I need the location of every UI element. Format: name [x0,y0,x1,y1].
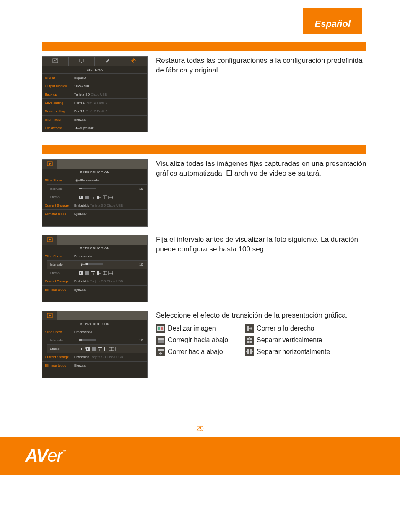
effect-split-horizontal: Separar horizontalmente [245,347,330,356]
setting-storage-3: Current Storage Embebido Tarjeta SD Disc… [42,353,147,361]
value-procesando-3: Procesando [74,330,92,334]
label-efecto-2: Efecto [50,271,79,275]
setting-efecto-1: Efecto [47,193,147,201]
row-intervalo: REPRODUCCIÓN Slide Show Procesando Inter… [42,235,366,302]
footer: AVer™ [0,437,400,475]
label-backup: Back up [45,93,74,96]
label-intervalo-1: Intervalo [50,187,79,191]
playback-tab-row-3 [42,311,147,320]
effect-slide-image-label: Deslizar imagen [168,324,216,333]
effect-wipe-down: Corregir hacia abajo [156,336,228,345]
return-arrow-icon [74,126,81,131]
slider-icon-2 [86,263,103,267]
setting-intervalo-3: Intervalo 10 [47,336,147,344]
value-procesando-2: Procesando [74,254,92,258]
setting-eliminar-2: Eliminar todos Ejecutar [42,285,147,294]
playback-tab-icon-2 [42,235,57,245]
section-sistema: SISTEMA Idioma Español Output Display 10… [42,42,366,132]
effect-split-horizontal-label: Separar horizontalmente [257,347,330,356]
label-storage-1: Current Storage [45,204,74,207]
label-eliminar-2: Eliminar todos [45,288,74,292]
label-output: Output Display [45,84,74,88]
playback-tab-icon [42,160,57,169]
effects-col-right: Correr a la derecha Separar verticalment… [245,324,330,356]
setting-slideshow-2: Slide Show Procesando [42,252,147,260]
setting-recall: Recall setting Perfil 1 Perfil 2 Perfil … [42,107,147,115]
value-idioma: Español [74,76,145,80]
slide-image-icon [156,324,165,333]
svg-rect-16 [86,263,88,265]
setting-storage-2: Current Storage Embebido Tarjeta SD Disc… [42,277,147,285]
value-recall: Perfil 1 Perfil 2 Perfil 3 [74,109,145,113]
menu-tabs [42,57,147,66]
effect-run-right: Correr a la derecha [245,324,330,333]
effects-col-left: Deslizar imagen Corregir hacia abajo [156,324,228,356]
screenshot-efecto: REPRODUCCIÓN Slide Show Procesando Inter… [42,311,148,378]
svg-rect-35 [158,341,164,341]
language-tab: Español [303,8,362,34]
panel-title-reproduccion-1: REPRODUCCIÓN [42,169,147,176]
setting-eliminar-1: Eliminar todos Ejecutar [42,209,147,218]
effect-slide-image: Deslizar imagen [156,324,228,333]
label-storage-3: Current Storage [45,355,74,359]
svg-rect-10 [80,196,81,198]
setting-defecto: Por defecto Ejecutar [42,124,147,132]
language-label: Español [314,18,351,29]
svg-rect-30 [158,327,160,330]
setting-intervalo-1: Intervalo 10 [47,184,147,193]
page-number: 29 [0,417,400,437]
value-eliminar-2: Ejecutar [74,288,145,292]
svg-point-4 [133,60,134,61]
svg-rect-18 [80,272,81,274]
svg-rect-36 [158,349,164,351]
value-storage-1: Embebido Tarjeta SD Disco USB [74,204,145,207]
screenshot-sistema: SISTEMA Idioma Español Output Display 10… [42,56,148,132]
effect-icons-row-2 [79,271,113,276]
value-intervalo-1: 10 [139,187,145,191]
svg-rect-0 [53,59,58,63]
playback-tab-row-2 [42,235,147,245]
svg-rect-28 [104,347,105,351]
run-down-icon [156,347,165,356]
label-slideshow-2: Slide Show [45,254,74,258]
label-idioma: Idioma [45,76,74,80]
screenshot-intervalo: REPRODUCCIÓN Slide Show Procesando Inter… [42,235,148,302]
effect-icons-row-1 [79,195,113,200]
value-save: Perfil 1 Perfil 2 Perfil 3 [74,101,145,105]
effect-run-right-label: Correr a la derecha [257,324,314,333]
effect-run-down: Correr hacia abajo [156,347,228,356]
split-vertical-icon [245,336,254,345]
tab-tools-icon [95,57,121,66]
label-intervalo-2: Intervalo [50,263,79,266]
description-restore: Restaura todas las configuraciones a la … [156,56,366,132]
section-header-bar [42,42,366,51]
tab-gear-icon [121,57,148,66]
svg-rect-24 [79,339,82,341]
return-arrow-icon [79,262,86,267]
svg-rect-37 [247,326,249,331]
panel-title-sistema: SISTEMA [42,66,147,73]
setting-backup: Back up Tarjeta SD Disco USB [42,90,147,98]
setting-slideshow-1: Slide Show Procesando [42,176,147,184]
playback-tab-row [42,160,147,169]
setting-efecto-2: Efecto [47,269,147,277]
value-storage-2: Embebido Tarjeta SD Disco USB [74,279,145,283]
playback-tab-icon-3 [42,311,57,320]
description-efecto-text: Seleccione el efecto de transición de la… [156,311,366,320]
label-efecto-1: Efecto [50,195,79,199]
row-efecto: REPRODUCCIÓN Slide Show Procesando Inter… [42,311,366,378]
effect-icons-row-3 [86,346,119,351]
svg-rect-2 [81,62,82,63]
svg-rect-19 [85,271,89,275]
setting-save: Save setting Perfil 1 Perfil 2 Perfil 3 [42,98,147,107]
value-backup: Tarjeta SD Disco USB [74,93,145,96]
svg-rect-11 [85,196,89,199]
label-storage-2: Current Storage [45,279,74,283]
section-reproduccion: REPRODUCCIÓN Slide Show Procesando Inter… [42,145,366,387]
label-intervalo-3: Intervalo [50,338,79,342]
label-slideshow-3: Slide Show [45,330,74,334]
setting-info: Información Ejecutar [42,115,147,124]
row-restore-defaults: SISTEMA Idioma Español Output Display 10… [42,56,366,132]
svg-rect-33 [158,338,164,339]
value-storage-3: Embebido Tarjeta SD Disco USB [74,355,145,359]
